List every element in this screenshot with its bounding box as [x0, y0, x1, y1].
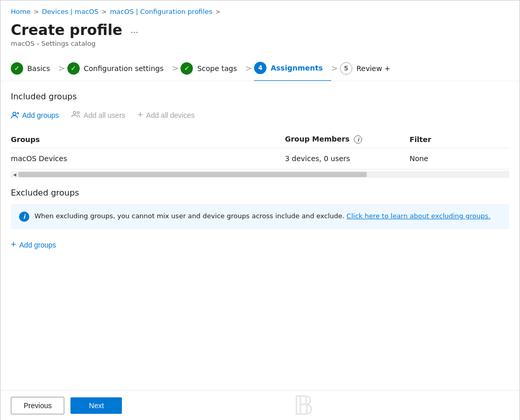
- add-groups-included-button[interactable]: Add groups: [11, 109, 59, 121]
- step-scope[interactable]: Scope tags: [181, 62, 245, 81]
- breadcrumb-sep-2: >: [102, 8, 107, 15]
- watermark: 𝔹: [293, 390, 314, 420]
- add-all-users-icon: [71, 111, 81, 120]
- step-number-review: 5: [344, 65, 348, 72]
- add-all-devices-button[interactable]: + Add all devices: [138, 108, 195, 122]
- step-circle-assignments: 4: [254, 62, 266, 74]
- group-members-cell: 3 devices, 0 users: [285, 148, 409, 169]
- page-header: Create profile ... macOS - Settings cata…: [1, 20, 519, 54]
- scroll-arrow-left[interactable]: ◀: [11, 172, 19, 177]
- group-members-info-icon[interactable]: i: [354, 135, 362, 144]
- excluded-groups-learn-link[interactable]: Click here to learn about excluding grou…: [347, 212, 491, 220]
- step-label-review: Review +: [356, 64, 390, 73]
- step-label-basics: Basics: [27, 64, 50, 73]
- included-groups-actions: Add groups Add all users +: [11, 108, 509, 122]
- add-all-devices-label: Add all devices: [146, 111, 194, 119]
- excluded-groups-label: Excluded groups: [11, 188, 509, 198]
- group-name-cell: macOS Devices: [11, 148, 285, 169]
- step-sep-3: >: [245, 63, 254, 79]
- step-number-assignments: 4: [258, 64, 262, 72]
- previous-button[interactable]: Previous: [11, 397, 64, 414]
- add-groups-person-icon: [11, 111, 19, 119]
- add-groups-excluded-button[interactable]: + Add groups: [11, 237, 56, 252]
- wizard-steps: Basics > Configuration settings > Scope …: [1, 54, 519, 81]
- step-circle-basics: [11, 62, 23, 75]
- included-groups-label: Included groups: [11, 92, 509, 101]
- excluded-groups-actions: + Add groups: [11, 237, 509, 252]
- included-groups-section: Included groups Add groups: [11, 92, 509, 178]
- breadcrumb-home[interactable]: Home: [11, 8, 30, 15]
- svg-point-0: [13, 112, 16, 115]
- page-subtitle: macOS - Settings catalog: [11, 40, 509, 47]
- horizontal-scrollbar[interactable]: ◀: [11, 171, 509, 178]
- col-header-members: Group Members i: [285, 131, 409, 148]
- info-box-text: When excluding groups, you cannot mix us…: [34, 211, 491, 221]
- step-review[interactable]: 5 Review +: [340, 62, 399, 81]
- add-all-users-button[interactable]: Add all users: [71, 109, 125, 122]
- step-sep-1: >: [58, 63, 67, 79]
- breadcrumb-sep-1: >: [33, 8, 39, 15]
- page-title: Create profile: [11, 22, 122, 39]
- col-header-groups: Groups: [11, 131, 285, 148]
- excluded-groups-info-box: i When excluding groups, you cannot mix …: [11, 204, 509, 229]
- breadcrumb-devices[interactable]: Devices | macOS: [42, 8, 98, 15]
- step-basics[interactable]: Basics: [11, 62, 58, 81]
- footer: Previous Next 𝔹: [1, 390, 519, 420]
- step-sep-4: >: [331, 63, 340, 79]
- add-all-users-label: Add all users: [84, 111, 125, 119]
- step-label-scope: Scope tags: [197, 64, 237, 73]
- breadcrumb-sep-3: >: [216, 8, 221, 15]
- add-groups-excluded-icon: +: [11, 239, 16, 250]
- main-content: Included groups Add groups: [1, 81, 519, 390]
- ellipsis-button[interactable]: ...: [128, 24, 141, 37]
- col-header-filter: Filter: [409, 131, 509, 148]
- table-row: macOS Devices 3 devices, 0 users None: [11, 148, 509, 169]
- step-sep-2: >: [172, 63, 181, 79]
- add-groups-excluded-label: Add groups: [20, 241, 57, 249]
- scroll-thumb[interactable]: [19, 172, 367, 177]
- check-icon-basics: [14, 64, 20, 72]
- next-button[interactable]: Next: [70, 397, 122, 414]
- breadcrumb-config-profiles[interactable]: macOS | Configuration profiles: [110, 8, 212, 15]
- step-label-config: Configuration settings: [84, 64, 164, 73]
- step-assignments[interactable]: 4 Assignments: [254, 62, 331, 81]
- svg-point-4: [77, 112, 79, 114]
- excluded-groups-section: Excluded groups i When excluding groups,…: [11, 188, 509, 252]
- step-circle-config: [67, 62, 80, 75]
- step-circle-review: 5: [340, 62, 352, 75]
- group-filter-cell: None: [409, 148, 509, 169]
- info-box-icon: i: [19, 212, 29, 222]
- groups-table: Groups Group Members i Filter macOS Devi…: [11, 131, 509, 169]
- check-icon-config: [70, 64, 76, 72]
- add-all-devices-icon: +: [138, 110, 144, 120]
- svg-point-3: [73, 111, 76, 114]
- add-groups-included-label: Add groups: [22, 111, 59, 119]
- step-circle-scope: [181, 62, 193, 75]
- step-label-assignments: Assignments: [271, 64, 322, 72]
- check-icon-scope: [184, 64, 190, 72]
- breadcrumb: Home > Devices | macOS > macOS | Configu…: [1, 1, 519, 20]
- step-configuration[interactable]: Configuration settings: [67, 62, 172, 81]
